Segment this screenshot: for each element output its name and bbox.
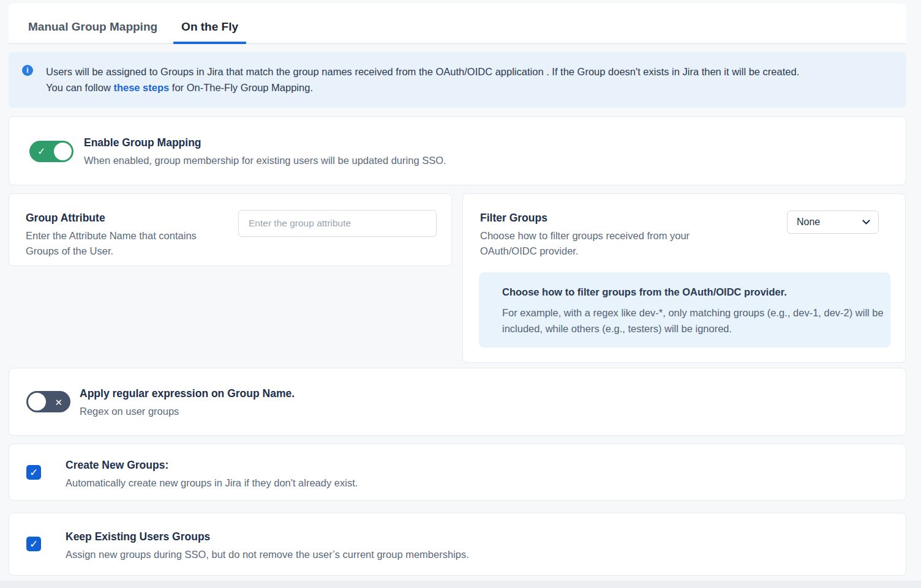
info-banner-line1: Users will be assigned to Groups in Jira… <box>46 64 799 80</box>
group-attribute-title: Group Attribute <box>26 210 219 225</box>
group-attribute-description: Enter the Attribute Name that contains G… <box>26 228 219 259</box>
info-banner-line2-prefix: You can follow <box>46 82 111 93</box>
filter-groups-text: Filter Groups Choose how to filter group… <box>480 210 713 259</box>
create-new-groups-title: Create New Groups: <box>66 458 358 472</box>
filter-info-title: Choose how to filter groups from the OAu… <box>502 286 787 298</box>
create-new-groups-text: Create New Groups: Automatically create … <box>66 458 358 491</box>
these-steps-link[interactable]: these steps <box>113 82 169 93</box>
info-banner: i Users will be assigned to Groups in Ji… <box>9 52 906 108</box>
keep-existing-groups-card: ✓ Keep Existing Users Groups Assign new … <box>9 513 906 576</box>
apply-regex-card: ✕ Apply regular expression on Group Name… <box>9 368 906 436</box>
group-attribute-card: Group Attribute Enter the Attribute Name… <box>9 193 452 266</box>
tab-bar: Manual Group Mapping On the Fly <box>9 4 906 44</box>
x-icon: ✕ <box>55 397 62 406</box>
group-attribute-input[interactable] <box>238 210 437 237</box>
filter-groups-card: Filter Groups Choose how to filter group… <box>462 193 906 363</box>
enable-group-mapping-text: Enable Group Mapping When enabled, group… <box>84 135 446 168</box>
filter-groups-description: Choose how to filter groups received fro… <box>480 228 713 259</box>
info-banner-text: Users will be assigned to Groups in Jira… <box>46 64 799 95</box>
enable-group-mapping-description: When enabled, group membership for exist… <box>84 153 446 168</box>
toggle-knob <box>28 393 46 411</box>
create-new-groups-checkbox[interactable]: ✓ <box>26 465 41 480</box>
apply-regex-toggle[interactable]: ✕ <box>26 391 70 412</box>
info-icon: i <box>22 65 33 76</box>
toggle-knob <box>54 143 72 160</box>
enable-group-mapping-card: ✓ Enable Group Mapping When enabled, gro… <box>9 116 906 185</box>
enable-group-mapping-title: Enable Group Mapping <box>84 135 446 150</box>
filter-groups-selected-value: None <box>797 217 820 228</box>
apply-regex-description: Regex on user groups <box>80 404 295 419</box>
tab-on-the-fly[interactable]: On the Fly <box>173 20 246 43</box>
tab-manual-group-mapping[interactable]: Manual Group Mapping <box>20 20 165 43</box>
check-icon: ✓ <box>37 147 45 157</box>
create-new-groups-card: ✓ Create New Groups: Automatically creat… <box>9 444 906 501</box>
enable-group-mapping-toggle[interactable]: ✓ <box>29 141 73 162</box>
apply-regex-title: Apply regular expression on Group Name. <box>80 386 295 401</box>
bottom-edge <box>0 581 921 588</box>
check-icon: ✓ <box>29 538 38 551</box>
info-banner-line2-suffix: for On-The-Fly Group Mapping. <box>172 82 313 93</box>
info-banner-line2: You can follow these steps for On-The-Fl… <box>46 80 799 95</box>
group-attribute-text: Group Attribute Enter the Attribute Name… <box>26 210 219 259</box>
check-icon: ✓ <box>29 466 38 479</box>
keep-existing-groups-text: Keep Existing Users Groups Assign new gr… <box>66 529 469 562</box>
keep-existing-groups-checkbox[interactable]: ✓ <box>26 537 41 551</box>
apply-regex-text: Apply regular expression on Group Name. … <box>80 386 295 419</box>
keep-existing-groups-title: Keep Existing Users Groups <box>66 529 469 544</box>
tab-on-the-fly-label: On the Fly <box>181 20 238 33</box>
filter-info-body: For example, with a regex like dev-*, on… <box>502 305 894 337</box>
create-new-groups-description: Automatically create new groups in Jira … <box>66 475 358 491</box>
chevron-down-icon <box>862 220 870 225</box>
filter-info-box: Choose how to filter groups from the OAu… <box>479 272 890 348</box>
filter-groups-select[interactable]: None <box>787 210 879 234</box>
keep-existing-groups-description: Assign new groups during SSO, but do not… <box>66 547 469 562</box>
filter-groups-title: Filter Groups <box>480 210 713 225</box>
tab-manual-group-mapping-label: Manual Group Mapping <box>28 20 157 33</box>
